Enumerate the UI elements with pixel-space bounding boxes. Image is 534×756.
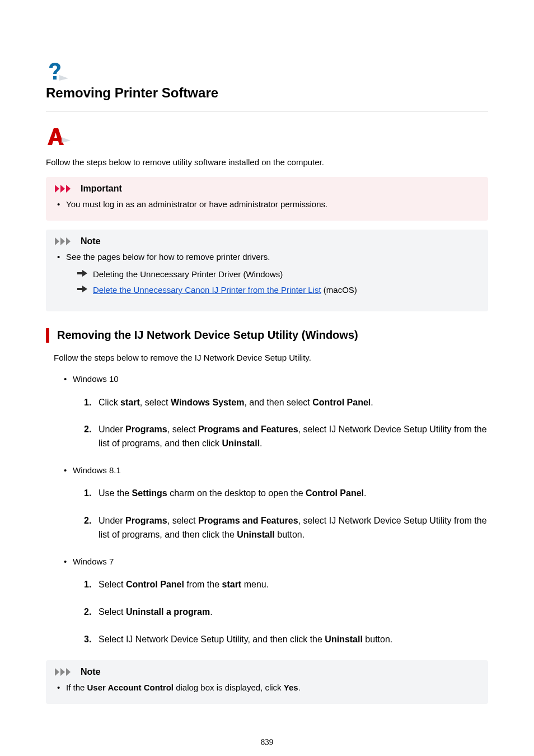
- step-item: Use the Settings charm on the desktop to…: [84, 487, 488, 501]
- note-chevrons-icon: [54, 236, 76, 246]
- doc-link[interactable]: Delete the Unnecessary Canon IJ Printer …: [93, 285, 321, 295]
- os-list-item: Windows 7Select Control Panel from the s…: [60, 556, 488, 647]
- page-number: 839: [46, 738, 488, 747]
- os-label: Windows 8.1: [73, 465, 121, 475]
- os-list-item: Windows 8.1Use the Settings charm on the…: [60, 464, 488, 542]
- section-heading: Removing the IJ Network Device Setup Uti…: [46, 328, 488, 343]
- step-item: Select Control Panel from the start menu…: [84, 578, 488, 592]
- step-item: Under Programs, select Programs and Feat…: [84, 514, 488, 542]
- os-list-item: Windows 10Click start, select Windows Sy…: [60, 373, 488, 451]
- important-callout: Important You must log in as an administ…: [46, 177, 488, 221]
- important-chevrons-icon: [54, 184, 76, 194]
- section-intro: Follow the steps below to remove the IJ …: [54, 352, 488, 365]
- note1-intro: See the pages below for how to remove pr…: [54, 251, 480, 264]
- step-item: Select Uninstall a program.: [84, 605, 488, 619]
- step-item: Click start, select Windows System, and …: [84, 396, 488, 410]
- note1-title: Note: [81, 236, 101, 246]
- note-callout-2: Note If the User Account Control dialog …: [46, 660, 488, 704]
- section-accent-bar: [46, 328, 49, 343]
- arrow-list-item: Deleting the Unnecessary Printer Driver …: [77, 268, 480, 281]
- answer-icon: [46, 127, 488, 146]
- note-callout-1: Note See the pages below for how to remo…: [46, 230, 488, 311]
- arrow-list-item: Delete the Unnecessary Canon IJ Printer …: [77, 284, 480, 297]
- os-label: Windows 10: [73, 374, 119, 384]
- note2-item: If the User Account Control dialog box i…: [54, 682, 480, 694]
- page-title: Removing Printer Software: [46, 85, 488, 101]
- important-title: Important: [81, 184, 122, 194]
- question-icon: [46, 62, 488, 82]
- note2-title: Note: [81, 667, 101, 677]
- title-divider: [46, 111, 488, 111]
- intro-text: Follow the steps below to remove utility…: [46, 156, 488, 169]
- step-item: Under Programs, select Programs and Feat…: [84, 423, 488, 451]
- important-item: You must log in as an administrator or h…: [54, 198, 480, 211]
- arrow-right-icon: [77, 269, 87, 277]
- note-chevrons-icon: [54, 667, 76, 677]
- arrow-item-text: Deleting the Unnecessary Printer Driver …: [93, 269, 283, 279]
- os-label: Windows 7: [73, 557, 114, 566]
- section-title: Removing the IJ Network Device Setup Uti…: [57, 329, 358, 342]
- arrow-right-icon: [77, 285, 87, 293]
- step-item: Select IJ Network Device Setup Utility, …: [84, 633, 488, 647]
